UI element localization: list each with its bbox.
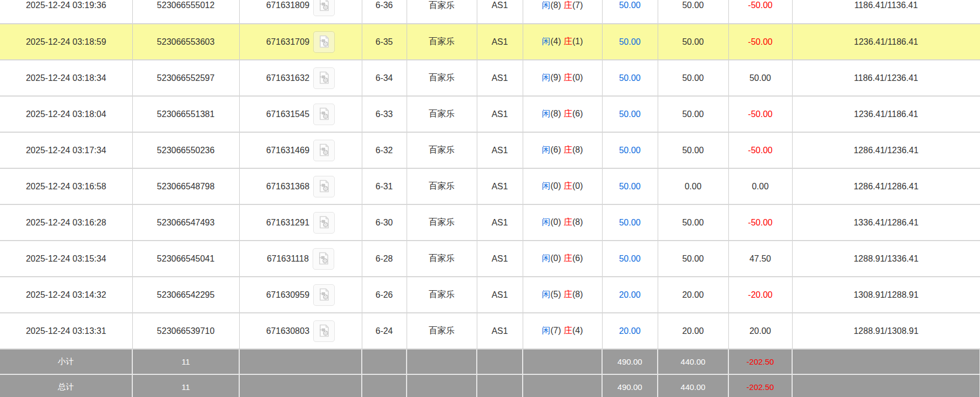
- video-replay-button[interactable]: [313, 176, 335, 197]
- player-label: 闲: [542, 217, 550, 227]
- video-replay-button[interactable]: [313, 320, 335, 342]
- bet-records-table: 2025-12-24 03:19:36 523066555012 6716318…: [0, 0, 980, 397]
- player-count: (5): [550, 290, 561, 299]
- banker-label: 庄: [564, 326, 572, 335]
- player-label: 闲: [542, 181, 550, 190]
- video-replay-button[interactable]: [313, 212, 335, 234]
- cell-bet-time: 2025-12-24 03:18:04: [0, 96, 132, 132]
- video-replay-button[interactable]: [313, 140, 335, 161]
- cell-round: 6-36: [362, 0, 407, 24]
- cell-result: 闲(7)庄(4): [523, 313, 602, 349]
- video-file-icon: [316, 251, 330, 265]
- player-count: (7): [550, 326, 561, 335]
- banker-count: (8): [572, 290, 583, 299]
- video-replay-button[interactable]: [313, 284, 335, 306]
- game-id-text: 671631118: [267, 254, 309, 264]
- cell-bet-id: 523066555012: [132, 0, 239, 24]
- video-file-icon: [317, 288, 331, 302]
- cell-result: 闲(5)庄(8): [523, 277, 602, 313]
- cell-bet-time: 2025-12-24 03:16:58: [0, 168, 132, 204]
- cell-game-id: 671630803: [239, 313, 362, 349]
- summary-bet-total: 490.00: [602, 374, 658, 397]
- cell-bet-time: 2025-12-24 03:14:32: [0, 277, 132, 313]
- bet-amount-link[interactable]: 50.00: [619, 73, 640, 83]
- cell-bet-amount: 50.00: [602, 168, 658, 204]
- cell-win-loss: -50.00: [728, 0, 792, 24]
- cell-bet-amount: 50.00: [602, 24, 658, 60]
- video-replay-button[interactable]: [313, 31, 335, 53]
- bet-amount-link[interactable]: 20.00: [619, 326, 640, 336]
- video-file-icon: [317, 107, 331, 121]
- game-id-text: 671631368: [266, 182, 309, 191]
- banker-count: (0): [572, 73, 583, 82]
- video-file-icon: [317, 179, 331, 193]
- bet-amount-link[interactable]: 50.00: [619, 146, 640, 155]
- cell-round: 6-26: [362, 277, 407, 313]
- cell-table-id: AS1: [477, 241, 523, 277]
- cell-win-loss: -20.00: [728, 277, 792, 313]
- cell-result: 闲(9)庄(0): [523, 60, 602, 96]
- summary-label: 小计: [0, 349, 132, 374]
- cell-table-id: AS1: [477, 132, 523, 168]
- summary-empty-cell: [523, 349, 602, 374]
- cell-table-id: AS1: [477, 277, 523, 313]
- bet-amount-link[interactable]: 50.00: [619, 109, 640, 119]
- banker-count: (0): [572, 181, 583, 190]
- video-file-icon: [317, 0, 331, 12]
- video-replay-button[interactable]: [313, 104, 335, 125]
- cell-game-id: 671631809: [239, 0, 362, 24]
- video-replay-button[interactable]: [313, 248, 334, 270]
- summary-empty-cell: [477, 374, 523, 397]
- cell-balance: 1336.41/1286.41: [792, 204, 980, 241]
- game-id-text: 671631632: [266, 73, 309, 83]
- video-replay-button[interactable]: [313, 67, 335, 89]
- cell-result: 闲(8)庄(7): [523, 0, 602, 24]
- banker-count: (4): [572, 326, 583, 335]
- summary-empty-cell: [362, 349, 407, 374]
- summary-empty-cell: [477, 349, 523, 374]
- cell-result: 闲(8)庄(6): [523, 96, 602, 132]
- summary-empty-cell: [239, 349, 362, 374]
- player-label: 闲: [542, 1, 550, 10]
- cell-bet-time: 2025-12-24 03:18:59: [0, 24, 132, 60]
- cell-game-id: 671631632: [239, 60, 362, 96]
- cell-game-id: 671631368: [239, 168, 362, 204]
- game-id-text: 671631545: [266, 109, 309, 119]
- cell-bet-amount: 50.00: [602, 132, 658, 168]
- cell-bet-time: 2025-12-24 03:17:34: [0, 132, 132, 168]
- cell-valid-amount: 50.00: [658, 241, 728, 277]
- summary-valid-total: 440.00: [658, 374, 728, 397]
- banker-label: 庄: [564, 73, 572, 82]
- cell-balance: 1286.41/1286.41: [792, 168, 980, 204]
- bet-amount-link[interactable]: 50.00: [619, 218, 640, 227]
- bet-amount-link[interactable]: 50.00: [619, 37, 640, 46]
- cell-valid-amount: 20.00: [658, 277, 728, 313]
- cell-bet-id: 523066552597: [132, 60, 239, 96]
- video-file-icon: [317, 143, 331, 157]
- player-count: (0): [550, 217, 561, 227]
- bet-amount-link[interactable]: 50.00: [619, 1, 640, 10]
- cell-game-id: 671631545: [239, 96, 362, 132]
- cell-table-id: AS1: [477, 24, 523, 60]
- cell-game-type: 百家乐: [407, 241, 477, 277]
- cell-result: 闲(0)庄(0): [523, 168, 602, 204]
- player-count: (9): [550, 73, 561, 82]
- summary-empty-cell: [407, 349, 477, 374]
- summary-row: 小计 11 490.00 440.00 -202.50: [0, 349, 980, 374]
- player-count: (8): [550, 109, 561, 118]
- bet-amount-link[interactable]: 20.00: [619, 290, 640, 299]
- summary-label: 总计: [0, 374, 132, 397]
- bet-amount-link[interactable]: 50.00: [619, 254, 640, 263]
- banker-count: (8): [572, 217, 583, 227]
- cell-bet-amount: 20.00: [602, 313, 658, 349]
- cell-round: 6-32: [362, 132, 407, 168]
- cell-win-loss: -50.00: [728, 96, 792, 132]
- video-replay-button[interactable]: [313, 0, 335, 16]
- bet-amount-link[interactable]: 50.00: [619, 182, 640, 191]
- cell-table-id: AS1: [477, 313, 523, 349]
- cell-bet-id: 523066539710: [132, 313, 239, 349]
- cell-balance: 1186.41/1236.41: [792, 60, 980, 96]
- record-row: 2025-12-24 03:13:31 523066539710 6716308…: [0, 313, 980, 349]
- cell-bet-id: 523066547493: [132, 204, 239, 241]
- cell-game-type: 百家乐: [407, 277, 477, 313]
